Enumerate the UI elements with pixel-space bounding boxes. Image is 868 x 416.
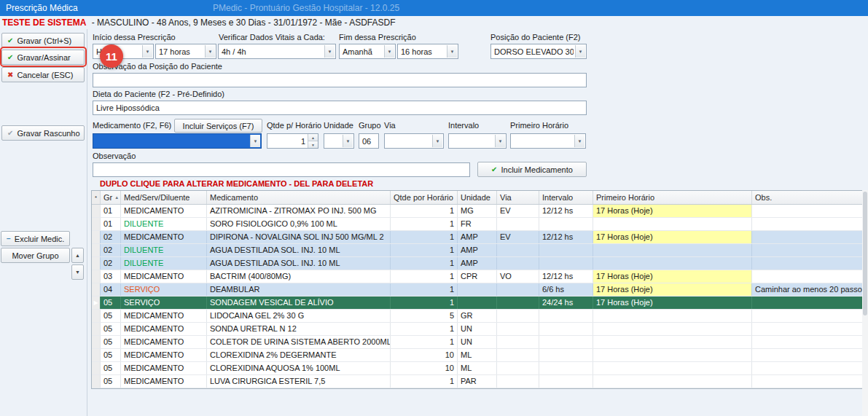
cancel-button[interactable]: ✖ Cancelar (ESC): [1, 67, 85, 82]
cell-via: [497, 323, 539, 335]
table-row[interactable]: 02 MEDICAMENTO DIPIRONA - NOVALGINA SOL …: [92, 231, 863, 244]
table-row[interactable]: 03 MEDICAMENTO BACTRIM (400/80MG) 1 CPR …: [92, 270, 863, 283]
patient-details: - MASCULINO - 48 Anos, 9 Meses e 30 Dias…: [92, 17, 396, 28]
grid-header-unidade[interactable]: Unidade: [458, 191, 497, 204]
cell-obs: [752, 362, 863, 374]
row-indicator: [92, 231, 101, 243]
table-row[interactable]: 02 DILUENTE AGUA DESTILADA SOL. INJ. 10 …: [92, 257, 863, 270]
grid-header-via[interactable]: Via: [497, 191, 539, 204]
grid-header-qtde[interactable]: Qtde por Horário: [391, 191, 458, 204]
save-sign-button[interactable]: ✔ Gravar/Assinar: [1, 50, 85, 65]
medicamento-select[interactable]: ▼: [93, 133, 262, 149]
quantity-stepper[interactable]: 1 ▲ ▼: [267, 133, 318, 149]
vitais-interval-select[interactable]: 4h / 4h ▼: [218, 44, 336, 59]
chevron-down-icon[interactable]: ▼: [205, 45, 215, 58]
cell-gr: 05: [101, 310, 121, 322]
chevron-down-icon[interactable]: ▼: [384, 45, 394, 58]
move-group-button[interactable]: Mover Grupo: [1, 248, 70, 263]
cell-intervalo: [539, 218, 593, 230]
table-row[interactable]: 05 MEDICAMENTO LUVA CIRURGICA ESTERIL 7,…: [92, 375, 863, 388]
incluir-medicamento-button[interactable]: ✔ Incluir Medicamento: [477, 162, 587, 177]
cell-medicamento: SONDA URETRAL N 12: [207, 323, 391, 335]
cell-obs: [752, 218, 863, 230]
cell-primeiro-horario: [593, 257, 752, 270]
cell-intervalo: 24/24 hs: [539, 297, 593, 309]
cell-via: [497, 297, 539, 309]
via-label: Via: [384, 121, 396, 130]
cell-qtde: 1: [391, 205, 458, 217]
cell-gr: 01: [101, 205, 121, 217]
table-row[interactable]: 05 MEDICAMENTO COLETOR DE URINA SISTEMA …: [92, 336, 863, 349]
chevron-down-icon[interactable]: ▼: [250, 135, 260, 147]
table-row[interactable]: 05 MEDICAMENTO CLOREXIDINA 2% DEGERMANTE…: [92, 349, 863, 362]
chevron-down-icon[interactable]: ▼: [574, 135, 584, 147]
fim-day-select[interactable]: Amanhã ▼: [339, 44, 396, 59]
arrow-down-icon: ▼: [75, 270, 80, 275]
fim-time-select[interactable]: 16 horas ▼: [397, 44, 458, 59]
table-row[interactable]: 02 DILUENTE AGUA DESTILADA SOL. INJ. 10 …: [92, 244, 863, 257]
spin-up-icon[interactable]: ▲: [308, 134, 318, 141]
chevron-down-icon[interactable]: ▼: [495, 135, 505, 147]
save-draft-button[interactable]: ✔ Gravar Rascunho: [1, 125, 85, 141]
delete-medication-button[interactable]: − Excluir Medic.: [1, 231, 70, 246]
table-row[interactable]: 05 MEDICAMENTO CLOREXIDINA AQUOSA 1% 100…: [92, 362, 863, 375]
vertical-scrollbar[interactable]: [862, 190, 868, 416]
grid-header-gr[interactable]: Gr ▲: [101, 191, 121, 204]
cell-gr: 05: [101, 375, 121, 388]
cell-primeiro-horario: [593, 336, 752, 348]
cell-tipo: MEDICAMENTO: [121, 362, 207, 374]
cell-tipo: MEDICAMENTO: [121, 205, 207, 217]
table-row[interactable]: 04 SERVIÇO DEAMBULAR 1 6/6 hs 17 Horas (…: [92, 283, 863, 297]
chevron-down-icon[interactable]: ▼: [324, 45, 335, 58]
move-group-up-button[interactable]: ▲: [71, 248, 84, 263]
cell-qtde: 10: [391, 362, 458, 374]
cell-qtde: 1: [391, 218, 458, 230]
row-indicator: [92, 375, 101, 388]
grid-header-medicamento[interactable]: Medicamento: [207, 191, 391, 204]
table-row[interactable]: ▶ 05 SERVIÇO SONDAGEM VESICAL DE ALÍVIO …: [92, 297, 863, 310]
cell-medicamento: DIPIRONA - NOVALGINA SOL INJ 500 MG/ML 2: [207, 231, 391, 243]
save-button[interactable]: ✔ Gravar (Ctrl+S): [1, 33, 85, 48]
stepper-buttons: ▲ ▼: [308, 134, 318, 148]
unidade-label: Unidade: [324, 121, 353, 130]
chevron-down-icon[interactable]: ▼: [447, 45, 457, 58]
chevron-down-icon[interactable]: ▼: [142, 45, 152, 58]
scrollbar-thumb[interactable]: [863, 192, 867, 315]
cell-tipo: MEDICAMENTO: [121, 323, 207, 335]
cell-medicamento: SONDAGEM VESICAL DE ALÍVIO: [207, 297, 391, 309]
incluir-servicos-button[interactable]: Incluir Serviços (F7): [174, 119, 262, 133]
intervalo-label: Intervalo: [448, 121, 479, 130]
grid-header-intervalo[interactable]: Intervalo: [539, 191, 593, 204]
cancel-button-label: Cancelar (ESC): [17, 71, 73, 79]
table-row[interactable]: 05 MEDICAMENTO LIDOCAINA GEL 2% 30 G 5 G…: [92, 310, 863, 323]
intervalo-select[interactable]: ▼: [448, 133, 507, 149]
minus-icon: −: [7, 235, 11, 243]
unidade-select[interactable]: ▼: [324, 133, 354, 149]
grid-header-tipo[interactable]: Med/Serv/Diluente: [121, 191, 207, 204]
grid-header-primeiro-horario[interactable]: Primeiro Horário: [593, 191, 752, 204]
cell-gr: 04: [101, 283, 121, 296]
table-row[interactable]: 05 MEDICAMENTO SONDA URETRAL N 12 1 UN: [92, 323, 863, 336]
grupo-input[interactable]: [359, 133, 379, 149]
cell-obs: [752, 257, 863, 270]
obs-posicao-input[interactable]: [93, 73, 587, 87]
chevron-down-icon[interactable]: ▼: [432, 135, 442, 147]
chevron-down-icon[interactable]: ▼: [575, 45, 585, 58]
observacao-input[interactable]: [93, 162, 470, 177]
table-row[interactable]: 01 DILUENTE SORO FISIOLOGICO 0,9% 100 ML…: [92, 218, 863, 231]
dieta-input[interactable]: [93, 101, 587, 115]
grid-header-obs[interactable]: Obs.: [752, 191, 863, 204]
primeiro-horario-select[interactable]: ▼: [510, 133, 586, 149]
inicio-time-select[interactable]: 17 horas ▼: [155, 44, 216, 59]
table-row[interactable]: 01 MEDICAMENTO AZITROMICINA - ZITROMAX P…: [92, 205, 863, 218]
cell-unidade: UN: [458, 336, 497, 348]
move-group-down-button[interactable]: ▼: [71, 264, 84, 280]
chevron-down-icon[interactable]: ▼: [343, 135, 353, 147]
cell-qtde: 1: [391, 375, 458, 388]
via-select[interactable]: ▼: [384, 133, 444, 149]
grid-header-indicator: *: [92, 191, 101, 204]
cell-via: EV: [497, 231, 539, 243]
posicao-paciente-select[interactable]: DORSO ELEVADO 30 G ▼: [490, 44, 587, 59]
spin-down-icon[interactable]: ▼: [308, 141, 318, 148]
cell-intervalo: 12/12 hs: [539, 205, 593, 217]
